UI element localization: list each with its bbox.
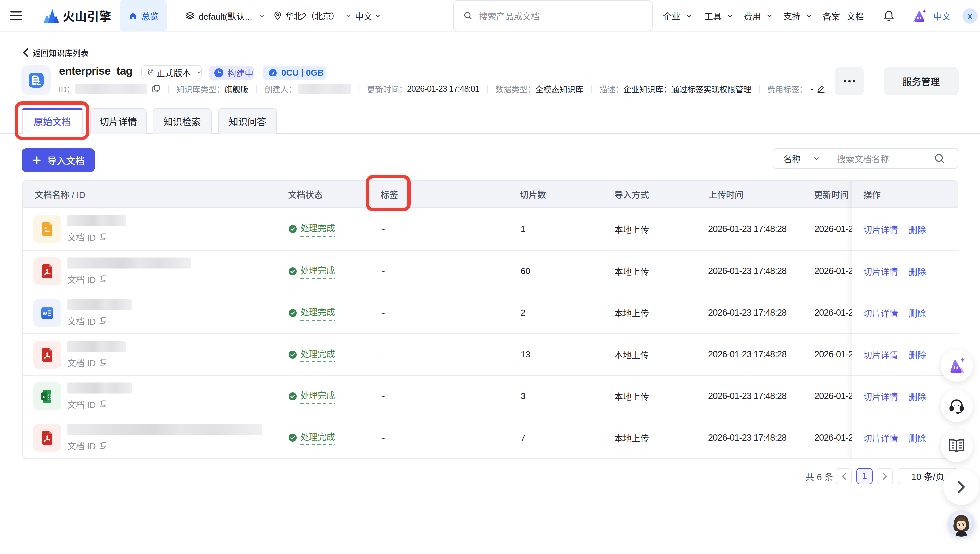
svg-text:x: x [42, 393, 45, 399]
svg-text:w: w [42, 310, 47, 316]
